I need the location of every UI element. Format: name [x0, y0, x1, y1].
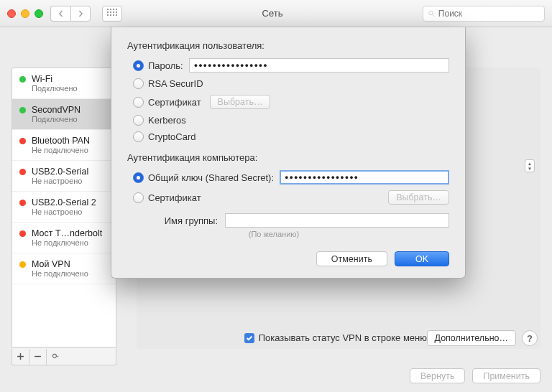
radio-rsa-row[interactable]: RSA SecurID — [133, 78, 449, 89]
remove-service-button[interactable] — [29, 349, 47, 365]
radio-crypto-label: CryptoCard — [148, 131, 196, 142]
shared-secret-input[interactable]: ●●●●●●●●●●●●●●●● — [280, 170, 449, 185]
service-name: USB2.0-Serial 2 — [32, 197, 96, 207]
radio-shared-secret[interactable] — [133, 172, 144, 183]
user-auth-heading: Аутентификация пользователя: — [127, 40, 449, 51]
sidebar-footer — [12, 348, 116, 365]
show-all-button[interactable] — [102, 6, 122, 22]
choose-machine-cert-button[interactable]: Выбрать… — [388, 190, 449, 205]
radio-cert-row[interactable]: Сертификат Выбрать… — [133, 95, 449, 109]
service-name: Мост T…nderbolt — [32, 228, 102, 238]
cancel-button[interactable]: Отменить — [316, 251, 387, 266]
sidebar-item-usb-serial-2[interactable]: USB2.0-Serial 2 Не настроено — [12, 192, 116, 223]
action-menu-button[interactable] — [47, 349, 64, 365]
radio-cert[interactable] — [133, 97, 144, 108]
status-dot-icon — [19, 107, 26, 113]
radio-crypto[interactable] — [133, 131, 144, 142]
minimize-window[interactable] — [21, 9, 29, 18]
svg-line-1 — [433, 14, 435, 17]
radio-cert-label: Сертификат — [148, 97, 201, 108]
radio-machine-cert[interactable] — [133, 192, 144, 203]
status-dot-icon — [19, 169, 26, 175]
radio-shared-secret-row[interactable]: Общий ключ (Shared Secret): ●●●●●●●●●●●●… — [133, 170, 449, 185]
checkbox-checked-icon[interactable] — [244, 333, 254, 343]
sheet-action-buttons: Отменить OK — [127, 251, 449, 266]
zoom-window[interactable] — [34, 9, 43, 18]
sidebar-item-thunderbolt-bridge[interactable]: Мост T…nderbolt Не подключено — [12, 223, 116, 253]
status-dot-icon — [19, 76, 26, 83]
status-dot-icon — [19, 200, 26, 206]
radio-password-row[interactable]: Пароль: ●●●●●●●●●●●●●●●● — [133, 58, 449, 73]
titlebar: Сеть — [0, 0, 552, 27]
group-name-hint: (По желанию) — [127, 230, 449, 238]
password-input[interactable]: ●●●●●●●●●●●●●●●● — [189, 58, 449, 73]
status-dot-icon — [19, 230, 26, 237]
apply-button[interactable]: Применить — [472, 368, 540, 383]
status-dot-icon — [19, 138, 26, 144]
service-name: USB2.0-Serial — [32, 167, 88, 177]
ok-button[interactable]: OK — [395, 251, 449, 266]
group-name-label: Имя группы: — [127, 215, 218, 226]
advanced-button[interactable]: Дополнительно… — [427, 330, 516, 346]
service-status: Подключено — [32, 115, 110, 123]
radio-password-label: Пароль: — [148, 60, 183, 71]
window-action-buttons: Вернуть Применить — [410, 368, 540, 383]
sidebar-item-secondvpn[interactable]: SecondVPN Подключено — [12, 99, 116, 130]
service-status: Не настроено — [32, 177, 110, 185]
revert-button[interactable]: Вернуть — [410, 368, 466, 383]
status-dot-icon — [19, 261, 26, 268]
window-controls — [7, 9, 43, 18]
radio-kerberos[interactable] — [133, 115, 144, 126]
service-name: Bluetooth PAN — [32, 136, 90, 146]
service-name: SecondVPN — [32, 105, 80, 115]
network-services-list: Wi-Fi Подключено SecondVPN Подключено Bl… — [12, 67, 116, 347]
help-button[interactable]: ? — [522, 330, 538, 346]
close-window[interactable] — [7, 9, 16, 18]
service-status: Не подключено — [32, 269, 110, 278]
service-status: Подключено — [32, 84, 110, 93]
service-status: Не подключено — [32, 238, 110, 247]
search-field[interactable] — [423, 6, 545, 22]
sidebar-item-my-vpn[interactable]: Мой VPN Не подключено — [12, 253, 116, 284]
show-vpn-status-row[interactable]: Показывать статус VPN в строке меню — [244, 332, 427, 343]
radio-machine-cert-row[interactable]: Сертификат Выбрать… — [133, 190, 449, 205]
radio-kerberos-row[interactable]: Kerberos — [133, 115, 449, 126]
service-status: Не настроено — [32, 207, 110, 216]
back-button[interactable] — [50, 6, 70, 22]
radio-crypto-row[interactable]: CryptoCard — [133, 131, 449, 142]
radio-machine-cert-label: Сертификат — [148, 192, 201, 203]
popup-arrows-icon[interactable]: ▲▼ — [525, 159, 535, 172]
radio-password[interactable] — [133, 60, 144, 71]
group-name-input[interactable] — [225, 213, 449, 228]
nav-buttons — [50, 6, 91, 22]
search-input[interactable] — [438, 9, 540, 19]
machine-auth-heading: Аутентификация компьютера: — [127, 152, 449, 163]
show-vpn-status-label: Показывать статус VPN в строке меню — [259, 332, 427, 343]
service-status: Не подключено — [32, 146, 110, 154]
add-service-button[interactable] — [12, 349, 29, 365]
svg-point-0 — [429, 11, 433, 14]
forward-button[interactable] — [70, 6, 91, 22]
search-icon — [428, 9, 436, 18]
window-title: Сеть — [129, 8, 415, 19]
radio-kerberos-label: Kerberos — [148, 115, 186, 126]
group-name-row: Имя группы: — [127, 213, 449, 228]
service-name: Wi-Fi — [32, 74, 52, 84]
radio-shared-secret-label: Общий ключ (Shared Secret): — [148, 172, 274, 183]
sidebar-item-bluetooth-pan[interactable]: Bluetooth PAN Не подключено — [12, 130, 116, 161]
auth-settings-sheet: Аутентификация пользователя: Пароль: ●●●… — [111, 27, 466, 279]
sidebar-item-wifi[interactable]: Wi-Fi Подключено — [12, 68, 116, 99]
service-name: Мой VPN — [32, 259, 70, 269]
choose-cert-button[interactable]: Выбрать… — [210, 95, 271, 109]
sidebar-item-usb-serial-1[interactable]: USB2.0-Serial Не настроено — [12, 161, 116, 192]
radio-rsa-label: RSA SecurID — [148, 78, 203, 89]
radio-rsa[interactable] — [133, 78, 144, 89]
